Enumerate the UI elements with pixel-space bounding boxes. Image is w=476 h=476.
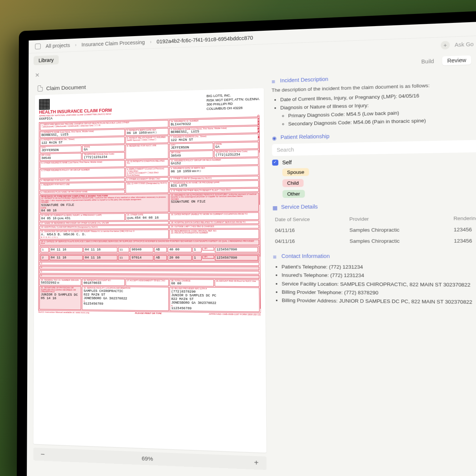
relationship-option-other[interactable]: Other <box>272 188 476 198</box>
contact-panel: Contact Information Patient's Telephone:… <box>273 253 476 307</box>
doc-title: Claim Document <box>46 84 86 91</box>
library-button[interactable]: Library <box>34 55 59 65</box>
contact-item: Insured's Telephone: (772) 1231234 <box>282 271 476 281</box>
zoom-level: 69% <box>142 455 153 462</box>
table-row[interactable]: 04/11/16Samples Chiropractic123456 <box>273 235 476 246</box>
form-viewer[interactable]: CARRIER ▲ HEALTH INSURANCE CLAIM FORM AP… <box>34 88 267 452</box>
checkbox-icon[interactable] <box>272 160 278 166</box>
crumb-2[interactable]: Insurance Claim Processing <box>81 39 145 48</box>
incident-panel: Incident Description The description of … <box>272 70 476 129</box>
crumb-1[interactable]: All projects <box>46 42 70 49</box>
crumb-3: 0192a4b2-fc6c-7f41-91c8-6954bddcc870 <box>157 35 253 44</box>
lines-icon <box>273 254 278 259</box>
user-icon <box>272 135 277 140</box>
grid-icon <box>272 205 278 209</box>
app-icon <box>35 44 41 49</box>
document-icon <box>38 85 43 91</box>
chevron-icon: › <box>150 39 152 44</box>
add-button[interactable]: + <box>441 41 450 49</box>
relationship-option-self[interactable]: Self <box>272 156 476 166</box>
tab-build[interactable]: Build <box>421 58 434 65</box>
zoom-out-button[interactable]: − <box>41 450 45 458</box>
relationship-panel: Patient Relationship Search Self Spouse … <box>272 129 476 198</box>
carrier-address: BIG LOTS, INC.RISK MGT DEPT, ATTN: GLENN… <box>207 93 259 116</box>
tab-review[interactable]: Review <box>442 55 471 65</box>
contact-item: Billing Provider Address: JUNIOR D SAMPL… <box>282 296 476 307</box>
ask-go-button[interactable]: Ask Go <box>455 41 474 48</box>
qr-code-icon <box>39 99 50 110</box>
search-input[interactable]: Search <box>272 139 476 156</box>
relationship-option-child[interactable]: Child <box>272 177 476 188</box>
close-icon[interactable]: ✕ <box>35 71 40 78</box>
lines-icon <box>272 79 277 83</box>
contact-item: Patient's Telephone: (772) 1231234 <box>282 263 476 272</box>
service-details-panel: Service Details Date of ServiceProviderR… <box>272 202 476 247</box>
zoom-in-button[interactable]: + <box>254 458 259 467</box>
chevron-icon: › <box>75 43 76 48</box>
relationship-option-spouse[interactable]: Spouse <box>272 165 476 177</box>
table-row[interactable]: 04/11/16Samples Chiropractic123456 <box>273 224 476 236</box>
